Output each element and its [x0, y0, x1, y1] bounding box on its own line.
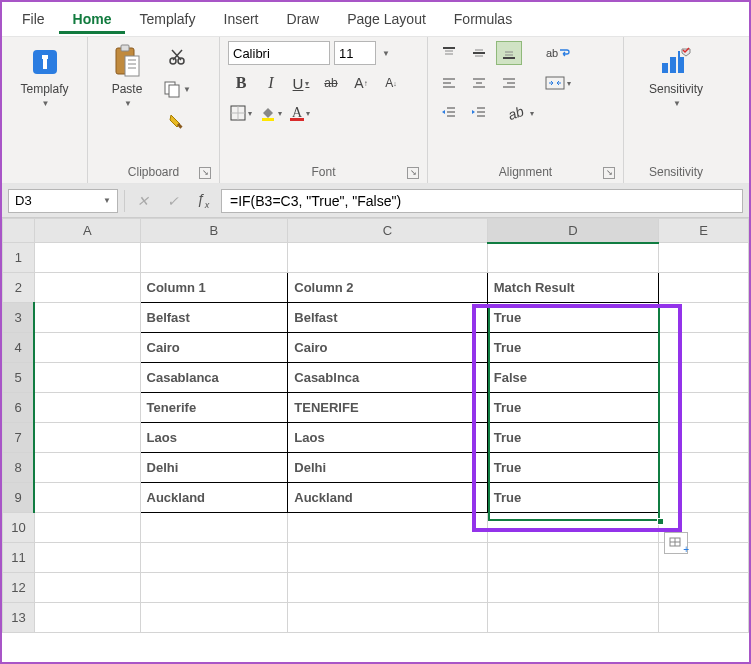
- menu-home[interactable]: Home: [59, 5, 126, 34]
- table-header-col1[interactable]: Column 1: [140, 273, 288, 303]
- select-all-corner[interactable]: [3, 219, 35, 243]
- menu-bar: File Home Templafy Insert Draw Page Layo…: [2, 2, 749, 36]
- align-right-icon: [501, 75, 517, 91]
- cell-D7[interactable]: True: [487, 423, 659, 453]
- fill-color-button[interactable]: ▾: [258, 101, 284, 125]
- font-color-button[interactable]: A▾: [288, 101, 314, 125]
- paste-label: Paste: [112, 82, 143, 96]
- row-header-8[interactable]: 8: [3, 453, 35, 483]
- row-header-1[interactable]: 1: [3, 243, 35, 273]
- align-center-button[interactable]: [466, 71, 492, 95]
- row-header-2[interactable]: 2: [3, 273, 35, 303]
- cell-C7[interactable]: Laos: [288, 423, 488, 453]
- wrap-text-icon: ab: [546, 47, 558, 59]
- col-header-C[interactable]: C: [288, 219, 488, 243]
- cell-D5[interactable]: False: [487, 363, 659, 393]
- enter-formula-button[interactable]: ✓: [161, 189, 185, 213]
- menu-templafy[interactable]: Templafy: [125, 5, 209, 33]
- align-top-button[interactable]: [436, 41, 462, 65]
- autofill-options-button[interactable]: +: [664, 532, 688, 554]
- font-dialog-launcher[interactable]: ↘: [407, 167, 419, 179]
- menu-file[interactable]: File: [8, 5, 59, 33]
- cell-D9[interactable]: True: [487, 483, 659, 513]
- row-header-4[interactable]: 4: [3, 333, 35, 363]
- row-header-3[interactable]: 3: [3, 303, 35, 333]
- cell-C5[interactable]: Casablnca: [288, 363, 488, 393]
- row-header-12[interactable]: 12: [3, 573, 35, 603]
- name-box[interactable]: D3 ▼: [8, 189, 118, 213]
- increase-indent-icon: [471, 105, 487, 121]
- underline-button[interactable]: U▾: [288, 71, 314, 95]
- row-header-11[interactable]: 11: [3, 543, 35, 573]
- increase-indent-button[interactable]: [466, 101, 492, 125]
- cell-B4[interactable]: Cairo: [140, 333, 288, 363]
- cell-D4[interactable]: True: [487, 333, 659, 363]
- col-header-E[interactable]: E: [659, 219, 749, 243]
- align-middle-button[interactable]: [466, 41, 492, 65]
- cell-D6[interactable]: True: [487, 393, 659, 423]
- italic-button[interactable]: I: [258, 71, 284, 95]
- fill-handle[interactable]: [657, 518, 664, 525]
- bold-button[interactable]: B: [228, 71, 254, 95]
- wrap-text-button[interactable]: ab: [538, 41, 578, 65]
- table-header-match[interactable]: Match Result: [487, 273, 659, 303]
- font-name-combo[interactable]: [228, 41, 330, 65]
- format-painter-button[interactable]: [164, 109, 190, 133]
- formula-input[interactable]: =IF(B3=C3, "True", "False"): [221, 189, 743, 213]
- plus-icon: +: [683, 544, 689, 555]
- menu-formulas[interactable]: Formulas: [440, 5, 526, 33]
- cell-C6[interactable]: TENERIFE: [288, 393, 488, 423]
- cell-D3[interactable]: True: [487, 303, 659, 333]
- col-header-A[interactable]: A: [34, 219, 140, 243]
- col-header-B[interactable]: B: [140, 219, 288, 243]
- clipboard-dialog-launcher[interactable]: ↘: [199, 167, 211, 179]
- svg-rect-45: [662, 63, 668, 73]
- templafy-label: Templafy: [20, 82, 68, 96]
- cell-C4[interactable]: Cairo: [288, 333, 488, 363]
- decrease-font-button[interactable]: A↓: [378, 71, 404, 95]
- menu-draw[interactable]: Draw: [273, 5, 334, 33]
- cell-B9[interactable]: Auckland: [140, 483, 288, 513]
- spreadsheet-grid[interactable]: A B C D E 1 2 Column 1 Column 2 Match Re…: [2, 218, 749, 633]
- row-header-5[interactable]: 5: [3, 363, 35, 393]
- paste-button[interactable]: Paste▼: [96, 41, 158, 113]
- cell-B3[interactable]: Belfast: [140, 303, 288, 333]
- alignment-dialog-launcher[interactable]: ↘: [603, 167, 615, 179]
- borders-button[interactable]: ▾: [228, 101, 254, 125]
- svg-rect-14: [169, 85, 179, 97]
- increase-font-button[interactable]: A↑: [348, 71, 374, 95]
- cancel-formula-button[interactable]: ✕: [131, 189, 155, 213]
- svg-rect-19: [262, 118, 274, 121]
- decrease-indent-button[interactable]: [436, 101, 462, 125]
- table-header-col2[interactable]: Column 2: [288, 273, 488, 303]
- row-header-13[interactable]: 13: [3, 603, 35, 633]
- menu-insert[interactable]: Insert: [210, 5, 273, 33]
- cell-C8[interactable]: Delhi: [288, 453, 488, 483]
- row-header-6[interactable]: 6: [3, 393, 35, 423]
- col-header-D[interactable]: D: [487, 219, 659, 243]
- sensitivity-button[interactable]: Sensitivity▼: [643, 41, 709, 113]
- row-header-10[interactable]: 10: [3, 513, 35, 543]
- font-size-combo[interactable]: [334, 41, 376, 65]
- cell-B7[interactable]: Laos: [140, 423, 288, 453]
- cell-B5[interactable]: Casablanca: [140, 363, 288, 393]
- font-size-dropdown-icon[interactable]: ▼: [382, 49, 390, 58]
- orientation-button[interactable]: ab▾: [508, 101, 534, 125]
- cell-C9[interactable]: Auckland: [288, 483, 488, 513]
- cell-D8[interactable]: True: [487, 453, 659, 483]
- cell-B6[interactable]: Tenerife: [140, 393, 288, 423]
- copy-button[interactable]: ▼: [164, 77, 190, 101]
- menu-page-layout[interactable]: Page Layout: [333, 5, 440, 33]
- align-right-button[interactable]: [496, 71, 522, 95]
- row-header-9[interactable]: 9: [3, 483, 35, 513]
- templafy-button[interactable]: Templafy▼: [14, 41, 76, 113]
- strikethrough-button[interactable]: ab: [318, 71, 344, 95]
- align-left-button[interactable]: [436, 71, 462, 95]
- cut-button[interactable]: [164, 45, 190, 69]
- merge-center-button[interactable]: ▾: [538, 71, 578, 95]
- insert-function-button[interactable]: ƒx: [191, 189, 215, 213]
- cell-C3[interactable]: Belfast: [288, 303, 488, 333]
- row-header-7[interactable]: 7: [3, 423, 35, 453]
- align-bottom-button[interactable]: [496, 41, 522, 65]
- cell-B8[interactable]: Delhi: [140, 453, 288, 483]
